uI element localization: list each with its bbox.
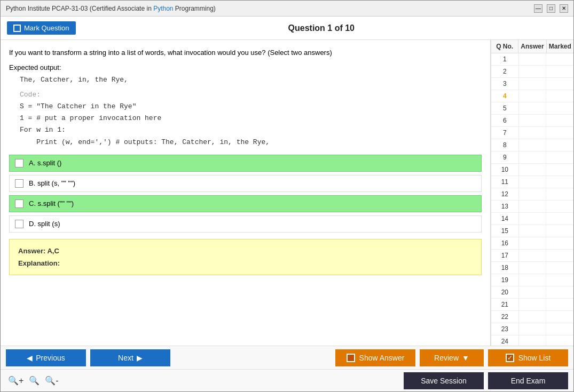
sidebar-row-3[interactable]: 3 bbox=[491, 78, 573, 90]
sidebar-row-4[interactable]: 4 bbox=[491, 90, 573, 102]
sidebar-row-18[interactable]: 18 bbox=[491, 262, 573, 274]
window-controls: — □ ✕ bbox=[534, 4, 568, 13]
window-title: Python Institute PCAP-31-03 (Certified A… bbox=[6, 5, 216, 12]
sidebar-col-qno: Q No. bbox=[491, 40, 518, 53]
sidebar-row-15[interactable]: 15 bbox=[491, 225, 573, 237]
code-line-4: Print (w, end=',') # outputs: The, Catch… bbox=[20, 137, 482, 148]
expected-output-label: Expected output: bbox=[9, 63, 482, 71]
mark-question-button[interactable]: Mark Question bbox=[7, 21, 76, 35]
minimize-button[interactable]: — bbox=[534, 4, 542, 13]
explanation-text: Explanation: bbox=[18, 259, 473, 267]
sidebar-row-13[interactable]: 13 bbox=[491, 201, 573, 213]
save-session-button[interactable]: Save Session bbox=[404, 372, 484, 389]
sidebar-row-14[interactable]: 14 bbox=[491, 213, 573, 225]
code-section: S = "The Catcher in the Rye" 1 = # put a… bbox=[20, 101, 482, 148]
end-exam-button[interactable]: End Exam bbox=[488, 372, 568, 389]
sidebar-row-11[interactable]: 11 bbox=[491, 176, 573, 188]
sidebar-row-17[interactable]: 17 bbox=[491, 250, 573, 262]
sidebar-row-22[interactable]: 22 bbox=[491, 311, 573, 323]
question-area: If you want to transform a string into a… bbox=[1, 40, 491, 346]
zoom-controls: 🔍+ 🔍 🔍- bbox=[6, 374, 61, 387]
question-title: Question 1 of 10 bbox=[76, 23, 567, 33]
option-b-label: B. split (s, "" "") bbox=[29, 179, 75, 187]
question-text: If you want to transform a string into a… bbox=[9, 47, 482, 58]
bottom-bar-2: 🔍+ 🔍 🔍- Save Session End Exam bbox=[1, 369, 573, 391]
option-d[interactable]: D. split (s) bbox=[9, 215, 482, 233]
show-list-button[interactable]: ✓ Show List bbox=[488, 349, 568, 366]
zoom-reset-button[interactable]: 🔍 bbox=[27, 374, 42, 387]
sidebar-row-7[interactable]: 7 bbox=[491, 127, 573, 139]
code-label: Code: bbox=[20, 91, 482, 99]
sidebar-row-23[interactable]: 23 bbox=[491, 323, 573, 335]
sidebar-row-10[interactable]: 10 bbox=[491, 164, 573, 176]
sidebar-header: Q No. Answer Marked bbox=[491, 40, 573, 53]
sidebar-row-12[interactable]: 12 bbox=[491, 188, 573, 201]
title-bar: Python Institute PCAP-31-03 (Certified A… bbox=[1, 1, 573, 17]
sidebar-row-6[interactable]: 6 bbox=[491, 115, 573, 127]
option-a-label: A. s.split () bbox=[29, 159, 61, 167]
option-c-checkbox bbox=[15, 199, 23, 208]
review-button[interactable]: Review ▼ bbox=[420, 349, 484, 366]
close-button[interactable]: ✕ bbox=[560, 4, 568, 13]
option-b[interactable]: B. split (s, "" "") bbox=[9, 175, 482, 192]
bottom-bar-1: ◀ Previous Next ▶ Show Answer Review ▼ ✓… bbox=[1, 346, 573, 369]
next-arrow-icon: ▶ bbox=[137, 354, 143, 362]
sidebar-row-1[interactable]: 1 bbox=[491, 53, 573, 66]
zoom-out-button[interactable]: 🔍- bbox=[43, 374, 60, 387]
next-button[interactable]: Next ▶ bbox=[90, 349, 170, 366]
sidebar-row-21[interactable]: 21 bbox=[491, 299, 573, 311]
option-c-label: C. s.split ("" "") bbox=[29, 199, 74, 207]
sidebar-row-16[interactable]: 16 bbox=[491, 237, 573, 250]
sidebar-col-marked: Marked bbox=[547, 40, 573, 53]
previous-button[interactable]: ◀ Previous bbox=[6, 349, 86, 366]
option-d-label: D. split (s) bbox=[29, 220, 60, 228]
options-list: A. s.split () B. split (s, "" "") C. s.s… bbox=[9, 155, 482, 233]
option-a-checkbox bbox=[15, 159, 23, 167]
show-answer-icon bbox=[347, 354, 355, 362]
sidebar: Q No. Answer Marked 1 2 3 4 5 6 7 8 9 10… bbox=[491, 40, 573, 346]
answer-text: Answer: A,C bbox=[18, 247, 473, 255]
option-b-checkbox bbox=[15, 179, 23, 188]
main-window: Python Institute PCAP-31-03 (Certified A… bbox=[0, 0, 574, 392]
option-c[interactable]: C. s.split ("" "") bbox=[9, 195, 482, 212]
code-line-1: S = "The Catcher in the Rye" bbox=[20, 101, 482, 113]
toolbar: Mark Question Question 1 of 10 bbox=[1, 17, 573, 40]
code-line-2: 1 = # put a proper invocation here bbox=[20, 113, 482, 124]
show-list-check-icon: ✓ bbox=[506, 354, 514, 362]
show-answer-button[interactable]: Show Answer bbox=[335, 349, 415, 366]
sidebar-row-19[interactable]: 19 bbox=[491, 274, 573, 286]
sidebar-row-8[interactable]: 8 bbox=[491, 139, 573, 151]
sidebar-row-24[interactable]: 24 bbox=[491, 335, 573, 346]
sidebar-row-20[interactable]: 20 bbox=[491, 286, 573, 299]
zoom-in-button[interactable]: 🔍+ bbox=[6, 374, 26, 387]
answer-panel: Answer: A,C Explanation: bbox=[9, 239, 482, 275]
review-arrow-icon: ▼ bbox=[462, 354, 469, 362]
option-d-checkbox bbox=[15, 220, 23, 228]
maximize-button[interactable]: □ bbox=[547, 4, 555, 13]
sidebar-col-answer: Answer bbox=[518, 40, 546, 53]
option-a[interactable]: A. s.split () bbox=[9, 155, 482, 172]
sidebar-row-2[interactable]: 2 bbox=[491, 66, 573, 78]
mark-checkbox-icon bbox=[13, 25, 21, 32]
code-line-3: For w in 1: bbox=[20, 124, 482, 136]
output-code: The, Catcher, in, the Rye, bbox=[20, 75, 482, 86]
sidebar-row-5[interactable]: 5 bbox=[491, 102, 573, 115]
prev-arrow-icon: ◀ bbox=[27, 354, 33, 362]
main-content: If you want to transform a string into a… bbox=[1, 40, 573, 346]
sidebar-row-9[interactable]: 9 bbox=[491, 151, 573, 164]
